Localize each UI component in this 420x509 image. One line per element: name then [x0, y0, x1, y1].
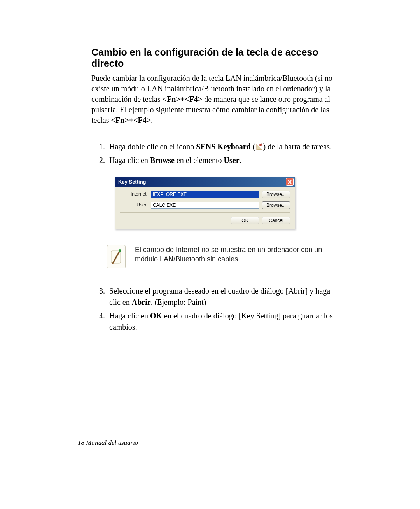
step2-b: Browse	[150, 156, 175, 164]
note-text: El campo de Internet no se muestra en un…	[135, 245, 342, 268]
sens-keyboard-icon	[256, 142, 263, 149]
dialog-screenshot: Key Setting Internet: Browse...	[115, 177, 342, 229]
hotkey-1: <Fn>+<F4>	[163, 95, 203, 103]
note-block: El campo de Internet no se muestra en un…	[107, 245, 342, 268]
ok-button[interactable]: OK	[231, 217, 259, 224]
step4-b: OK	[150, 311, 162, 320]
user-row: User: Browse...	[120, 201, 290, 209]
intro-text-c: .	[151, 116, 153, 124]
footer-label: Manual del usuario	[86, 439, 138, 446]
internet-label: Internet:	[120, 191, 151, 198]
step3-c: . (Ejemplo: Paint)	[151, 298, 206, 306]
note-icon	[107, 245, 126, 268]
step3-b: Abrir	[132, 298, 151, 306]
internet-row: Internet: Browse...	[120, 191, 290, 198]
cancel-button[interactable]: Cancel	[262, 217, 290, 224]
step-3: Seleccione el programa deseado en el cua…	[107, 285, 342, 308]
steps-list: Haga doble clic en el icono SENS Keyboar…	[91, 141, 342, 333]
user-label: User:	[120, 202, 151, 208]
browse-internet-button[interactable]: Browse...	[262, 191, 290, 198]
dialog-titlebar: Key Setting	[115, 177, 295, 187]
step-4: Haga clic en OK en el cuadro de diálogo …	[107, 310, 342, 333]
step2-d: User	[224, 156, 240, 164]
hotkey-2: <Fn>+<F4>	[111, 116, 151, 124]
step-1: Haga doble clic en el icono SENS Keyboar…	[107, 141, 342, 152]
dialog-body: Internet: Browse... User: Browse... OK	[115, 187, 295, 229]
user-input[interactable]	[151, 202, 259, 209]
step-2: Haga clic en Browse en el elemento User.…	[107, 155, 342, 268]
dialog-button-row: OK Cancel	[120, 217, 290, 224]
step2-c: en el elemento	[175, 156, 224, 164]
key-setting-dialog: Key Setting Internet: Browse...	[115, 177, 295, 229]
dialog-separator	[120, 212, 290, 213]
step1-b: SENS Keyboard	[196, 142, 251, 151]
intro-paragraph: Puede cambiar la configuración de la tec…	[91, 73, 342, 126]
step1-d: ) de la barra de tareas.	[263, 142, 332, 151]
step1-a: Haga doble clic en el icono	[109, 142, 196, 151]
page-footer: 18 Manual del usuario	[78, 439, 138, 447]
section-heading: Cambio en la configuración de la tecla d…	[91, 47, 342, 69]
step2-e: .	[240, 156, 242, 164]
close-icon	[287, 180, 292, 184]
step1-c: (	[251, 142, 256, 151]
close-button[interactable]	[286, 178, 294, 186]
step2-a: Haga clic en	[109, 156, 150, 164]
browse-user-button[interactable]: Browse...	[262, 201, 290, 209]
internet-input[interactable]	[151, 191, 259, 198]
page-number: 18	[78, 439, 84, 446]
document-page: Cambio en la configuración de la tecla d…	[0, 0, 420, 509]
dialog-title: Key Setting	[118, 178, 146, 186]
step4-a: Haga clic en	[109, 311, 150, 320]
